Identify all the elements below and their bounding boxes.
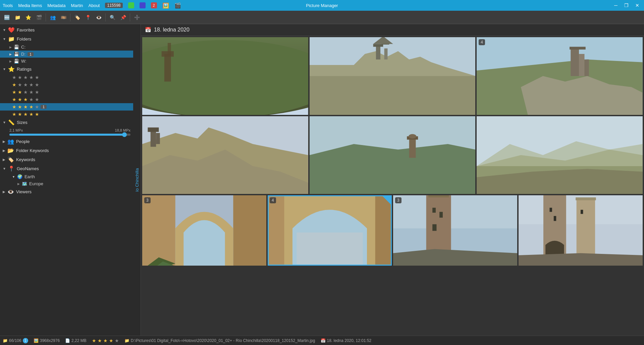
close-button[interactable]: ✕ <box>633 2 641 9</box>
color-square-green[interactable] <box>128 2 134 8</box>
status-folder-icon: 📁 <box>3 338 8 343</box>
photo-1[interactable] <box>142 37 308 115</box>
folder-keywords-header[interactable]: ▶ 📂 Folder Keywords <box>0 146 133 155</box>
sidebar: ío Chinchilla ▼ ❤️ Favorites ▼ 📁 Folders <box>0 24 141 336</box>
svg-rect-38 <box>233 195 266 266</box>
rating-4-badge: 1 <box>41 105 47 109</box>
menu-about[interactable]: About <box>89 3 100 8</box>
svg-point-31 <box>409 134 416 138</box>
status-folder-icon-2: 📁 <box>124 338 129 343</box>
folders-header[interactable]: ▼ 📁 Folders <box>0 34 133 44</box>
drive-d-badge: 1 <box>28 52 34 56</box>
minimize-button[interactable]: ─ <box>612 2 620 9</box>
rating-5[interactable]: ★ ★ ★ ★ ★ <box>0 111 133 118</box>
folder-w[interactable]: ▶ 💾 W: <box>0 58 133 65</box>
header-calendar-icon: 📅 <box>145 27 151 33</box>
sizes-slider-track[interactable] <box>9 134 130 136</box>
sizes-slider-thumb[interactable] <box>122 132 127 137</box>
add-button[interactable]: ➕ <box>132 13 142 22</box>
europe-chevron: ▶ <box>17 182 20 186</box>
earth-label: Earth <box>24 174 35 179</box>
menu-media[interactable]: Media Items <box>18 3 42 8</box>
svg-rect-52 <box>439 212 443 218</box>
people-button[interactable]: 👥 <box>48 13 57 22</box>
menu-martin[interactable]: Martin <box>71 3 83 8</box>
menu-bar: Tools Media Items Metadata Martin About … <box>3 2 181 9</box>
photo-6[interactable] <box>477 116 643 194</box>
item-count-badge: 115598 <box>105 3 122 8</box>
color-square-red[interactable]: 2 <box>151 2 157 8</box>
svg-rect-51 <box>432 208 436 213</box>
eye-button[interactable]: 👁️ <box>94 13 103 22</box>
search-button[interactable]: 🔍 <box>108 13 117 22</box>
menu-metadata[interactable]: Metadata <box>47 3 65 8</box>
keywords-header[interactable]: ▶ 🏷️ Keywords <box>0 155 133 164</box>
photo-2[interactable] <box>310 37 476 115</box>
favorites-button[interactable]: ⭐ <box>23 13 33 22</box>
photo-5[interactable] <box>310 116 476 194</box>
main-area: ío Chinchilla ▼ ❤️ Favorites ▼ 📁 Folders <box>0 24 644 336</box>
sizes-slider-fill <box>9 134 124 136</box>
icon-video: 🎬 <box>174 2 181 9</box>
restore-button[interactable]: ❐ <box>622 2 631 9</box>
tag-button[interactable]: 🏷️ <box>72 13 82 22</box>
folder-c[interactable]: ▶ 💾 C: <box>0 44 133 51</box>
favorites-header[interactable]: ▼ ❤️ Favorites <box>0 25 133 34</box>
europe-label: Europe <box>29 181 43 186</box>
color-square-blue[interactable] <box>140 2 146 8</box>
geonames-europe[interactable]: ▶ 🗺️ Europe <box>0 180 133 187</box>
people-header[interactable]: ▶ 👥 People <box>0 137 133 146</box>
svg-rect-47 <box>393 195 517 228</box>
folder-d[interactable]: ▶ 💾 D: 1 <box>0 51 133 58</box>
geonames-earth[interactable]: ▼ 🌍 Earth <box>0 173 133 180</box>
section-viewers: ▶ 👁️ Viewers <box>0 187 133 196</box>
chevron-c: ▶ <box>9 46 12 49</box>
photo-9-badge: 3 <box>395 197 401 203</box>
rating-1[interactable]: ★ ★ ★ ★ ★ <box>0 81 133 88</box>
sizes-header[interactable]: ▼ 📏 Sizes <box>0 118 133 127</box>
folders-icon: 📁 <box>8 36 15 42</box>
keywords-label: Keywords <box>16 157 35 162</box>
drive-w-label: W: <box>21 59 26 64</box>
svg-rect-24 <box>151 130 156 147</box>
photo-8[interactable]: 4 <box>268 195 392 266</box>
sizes-chevron: ▼ <box>3 121 6 124</box>
photo-7[interactable]: 3 <box>142 195 266 266</box>
rating-0[interactable]: ★ ★ ★ ★ ★ <box>0 74 133 81</box>
ratings-header[interactable]: ▼ ⭐ Ratings <box>0 65 133 74</box>
folder-button[interactable]: 📁 <box>13 13 22 22</box>
sizes-max-label: 18,8 MPx <box>115 128 130 132</box>
section-keywords: ▶ 🏷️ Keywords <box>0 155 133 164</box>
star-2-1: ★ <box>12 89 16 95</box>
photo-row-2 <box>142 116 643 194</box>
star-3-1: ★ <box>12 97 16 102</box>
svg-marker-28 <box>310 144 476 194</box>
geonames-header[interactable]: ▼ 📍 GeoNames <box>0 164 133 173</box>
location-button[interactable]: 📍 <box>83 13 93 22</box>
photo-10[interactable] <box>519 195 643 266</box>
rating-2[interactable]: ★ ★ ★ ★ ★ <box>0 88 133 96</box>
rating-3[interactable]: ★ ★ ★ ★ ★ <box>0 96 133 103</box>
status-badge: 1 <box>23 338 28 343</box>
star-3-4: ★ <box>29 97 34 102</box>
photo-8-corner-marker <box>382 195 392 205</box>
menu-tools[interactable]: Tools <box>3 3 13 8</box>
viewers-header[interactable]: ▶ 👁️ Viewers <box>0 187 133 196</box>
new-button[interactable]: 🆕 <box>2 13 11 22</box>
pin-button[interactable]: 📌 <box>118 13 128 22</box>
sidebar-content: ▼ ❤️ Favorites ▼ 📁 Folders ▶ 💾 C: <box>0 24 133 198</box>
rating-4[interactable]: ★ ★ ★ ★ ★ 1 <box>0 103 133 111</box>
photo-3[interactable]: 4 <box>477 37 643 115</box>
photo-9[interactable]: 3 <box>393 195 517 266</box>
drive-w-icon: 💾 <box>14 59 19 64</box>
earth-icon: 🌍 <box>17 174 22 179</box>
star-4-3: ★ <box>23 104 28 110</box>
star-0-5: ★ <box>35 75 39 80</box>
photo-row-3: 3 4 <box>142 195 643 266</box>
sizes-slider-section: 2,1 MPx 18,8 MPx <box>0 127 133 137</box>
chevron-w: ▶ <box>9 60 12 63</box>
star-0-2: ★ <box>18 75 22 80</box>
photo-4[interactable] <box>142 116 308 194</box>
film-button[interactable]: 🎞️ <box>59 13 68 22</box>
clip-button[interactable]: 🎬 <box>34 13 44 22</box>
